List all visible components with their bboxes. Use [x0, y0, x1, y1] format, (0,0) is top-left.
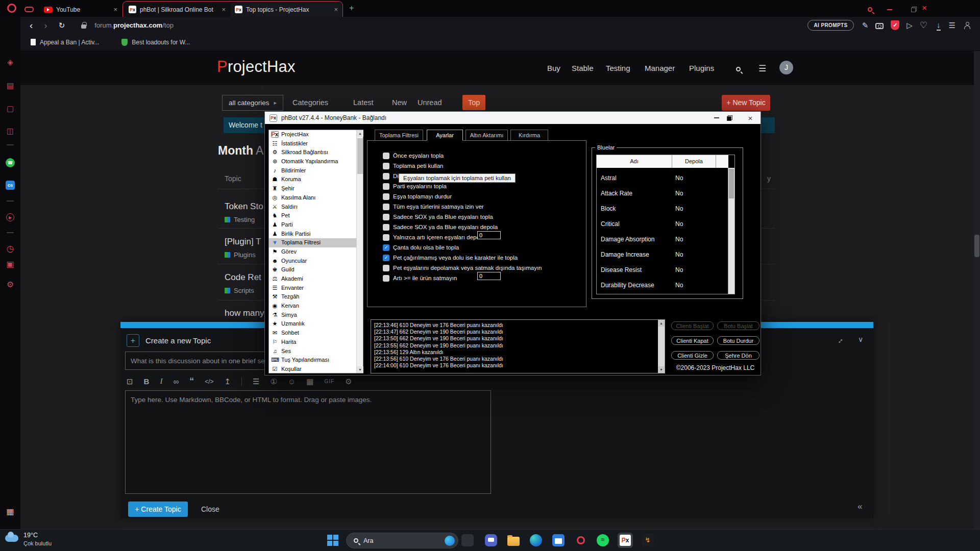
scroll-down-icon[interactable]: ▼: [658, 366, 665, 373]
chat-icon[interactable]: ◈: [0, 58, 20, 67]
cs-badge-icon[interactable]: cs: [0, 180, 20, 190]
restore-icon[interactable]: [727, 115, 732, 121]
composer-actions-icon[interactable]: ⊡: [127, 377, 133, 386]
edge-button[interactable]: [528, 533, 544, 548]
table-row[interactable]: Damage IncreaseNo: [597, 247, 721, 262]
table-row[interactable]: Disease ResistNo: [597, 262, 721, 278]
vpn-shield-icon[interactable]: ✓: [891, 20, 899, 30]
tab-categories[interactable]: Categories: [292, 98, 328, 107]
checkbox-row[interactable]: Yalnızca artı içeren eşyaları depola: [368, 232, 586, 242]
nav-buy[interactable]: Buy: [547, 64, 560, 72]
heart-icon[interactable]: ♡: [920, 20, 927, 31]
close-icon[interactable]: ×: [740, 114, 761, 122]
nav-manager[interactable]: Manager: [645, 64, 675, 72]
window-search-icon[interactable]: [868, 7, 872, 12]
tree-item[interactable]: ☰Envanter: [269, 284, 363, 293]
table-row[interactable]: AstralNo: [597, 170, 721, 186]
user-avatar[interactable]: J: [779, 61, 793, 74]
tab-close-icon[interactable]: ×: [113, 6, 117, 13]
start-bot-button[interactable]: Botu Başlat: [717, 321, 760, 330]
edit-icon[interactable]: ✎: [862, 21, 869, 30]
tree-item[interactable]: ⚒Tezgâh: [269, 292, 363, 302]
checkbox[interactable]: [383, 234, 389, 241]
store-button[interactable]: [551, 533, 566, 548]
emoji-icon[interactable]: ☺: [288, 377, 296, 386]
browser-tab-top-topics[interactable]: Px Top topics - ProjectHax ×: [231, 2, 342, 17]
nav-plugins[interactable]: Plugins: [689, 64, 714, 72]
tree-item[interactable]: ♟Birlik Partisi: [269, 230, 363, 239]
phbot-title-bar[interactable]: Px phBot v27.4.4 - MoneyBank - Bağlandı …: [265, 112, 761, 124]
gif-icon[interactable]: GIF: [324, 379, 334, 384]
scrollbar-thumb[interactable]: [357, 138, 363, 174]
checkbox-row[interactable]: Tüm eşya türlerini satmaya izin ver: [368, 202, 586, 212]
window-close-button[interactable]: ×: [922, 3, 927, 13]
topic-row[interactable]: [Plugin] T Plugins: [225, 237, 261, 259]
tree-scrollbar[interactable]: ▲ ▼: [356, 130, 363, 373]
tree-item[interactable]: ♫Ses: [269, 347, 363, 356]
minimize-icon[interactable]: [714, 117, 719, 118]
close-client-button[interactable]: Clienti Kapat: [671, 336, 714, 345]
scrollbar-thumb[interactable]: [729, 169, 734, 198]
browser-tab-phbot[interactable]: Px phBot | Silkroad Online Bot ×: [125, 2, 230, 17]
checkbox[interactable]: [383, 193, 389, 200]
table-row[interactable]: Damage AbsorptionNo: [597, 232, 721, 247]
forum-logo[interactable]: ProjectHax: [217, 58, 296, 76]
tab-new[interactable]: New: [392, 98, 407, 107]
create-topic-button[interactable]: + Create Topic: [128, 502, 188, 517]
category-filter-dropdown[interactable]: all categories ▸: [222, 95, 283, 111]
tree-item[interactable]: ☗Koruma: [269, 175, 363, 184]
plus-store-input[interactable]: [477, 231, 501, 239]
file-explorer-button[interactable]: [506, 533, 521, 548]
numbered-list-icon[interactable]: ①: [271, 377, 277, 386]
tab-latest[interactable]: Latest: [353, 98, 374, 107]
topic-row[interactable]: Code Ret Scripts: [225, 272, 261, 294]
table-row[interactable]: BlockNo: [597, 201, 721, 216]
download-icon[interactable]: ↓: [937, 20, 941, 31]
whatsapp-icon[interactable]: ☎: [0, 157, 20, 167]
log-scrollbar[interactable]: ▲ ▼: [658, 320, 665, 373]
address-bar[interactable]: forum.projecthax.com/top: [94, 21, 174, 29]
tree-item[interactable]: ⚙Silkroad Bağlantısı: [269, 148, 363, 157]
tree-item[interactable]: ⚔Saldırı: [269, 203, 363, 212]
hide-client-button[interactable]: Clienti Gizle: [671, 351, 714, 360]
taskbar-search[interactable]: Ara: [346, 533, 458, 548]
column-header-adi[interactable]: Adı: [597, 155, 672, 168]
column-header-depola[interactable]: Depola: [672, 155, 716, 168]
checkbox-row[interactable]: Pet eşyalarını depolamak veya satmak dış…: [368, 263, 586, 273]
profile-icon[interactable]: [964, 22, 971, 29]
checkbox[interactable]: [383, 265, 389, 271]
flow-send-icon[interactable]: ▷: [906, 21, 913, 30]
topic-row[interactable]: Token Sto Testing: [225, 202, 263, 223]
topic-title[interactable]: Token Sto: [225, 202, 263, 212]
window-restore-button[interactable]: [911, 7, 917, 12]
spotify-button[interactable]: ≈: [595, 533, 610, 548]
tab-unread[interactable]: Unread: [418, 98, 442, 107]
tree-item[interactable]: ✉Sohbet: [269, 329, 363, 338]
forward-icon[interactable]: ›: [44, 20, 47, 31]
topic-row[interactable]: how many: [225, 308, 264, 318]
checkbox-row[interactable]: Eşya toplamayı durdur: [368, 191, 586, 202]
topic-category[interactable]: Plugins: [225, 251, 261, 259]
checkbox[interactable]: [383, 153, 389, 159]
checkbox-checked[interactable]: ✓: [383, 255, 389, 261]
checkbox-row[interactable]: Önce eşyaları topla: [368, 151, 586, 161]
checkbox-row[interactable]: Sadece SOX ya da Blue eşyaları depola: [368, 222, 586, 232]
tree-item[interactable]: ⚐Harita: [269, 338, 363, 347]
tree-item[interactable]: ⊛Otomatik Yapılandırma: [269, 157, 363, 166]
checkbox-row[interactable]: Artı >= ile ürün satmayın: [368, 273, 586, 283]
topic-category[interactable]: Testing: [225, 216, 263, 223]
expand-icon[interactable]: ↕: [837, 336, 845, 345]
new-tab-button[interactable]: +: [349, 4, 354, 13]
photos-icon[interactable]: ▦: [0, 507, 20, 516]
table-row[interactable]: CriticalNo: [597, 216, 721, 232]
ai-prompts-button[interactable]: AI PROMPTS: [807, 20, 853, 31]
phbot-tab-kirdirma[interactable]: Kırdırma: [510, 130, 548, 141]
gear-icon[interactable]: ⚙: [0, 280, 20, 289]
tab-close-icon[interactable]: ×: [222, 6, 226, 13]
snapshot-camera-icon[interactable]: [875, 23, 884, 29]
checkbox[interactable]: [383, 204, 389, 210]
code-icon[interactable]: </>: [205, 378, 213, 385]
table-row[interactable]: Attack RateNo: [597, 186, 721, 201]
topic-title[interactable]: [Plugin] T: [225, 237, 261, 247]
teams-chat-button[interactable]: [483, 533, 499, 548]
